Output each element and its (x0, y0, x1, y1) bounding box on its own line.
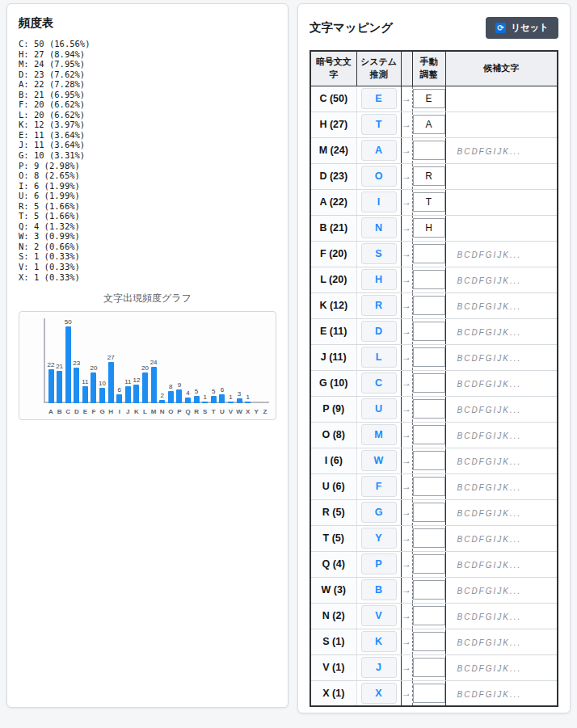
bar-letter-label: W (236, 403, 242, 419)
manual-adjust-input[interactable] (413, 373, 445, 393)
bar (74, 368, 79, 403)
frequency-line: F: 20 (6.62%) (19, 99, 276, 110)
arrow-icon: → (402, 584, 411, 595)
bar-column-U: 6U (218, 314, 226, 419)
bar-column-Z: Z (261, 314, 269, 419)
frequency-line: M: 24 (7.95%) (19, 59, 276, 69)
bar (116, 394, 122, 403)
manual-adjust-input[interactable] (413, 451, 445, 470)
bar (57, 371, 62, 403)
manual-adjust-input[interactable] (413, 218, 445, 238)
bar-value-label: 3 (238, 390, 241, 398)
arrow-icon: → (402, 429, 411, 440)
bar-column-P: 9P (175, 314, 183, 419)
candidate-letters (446, 199, 457, 208)
manual-adjust-input[interactable] (413, 658, 445, 677)
bar-value-label: 21 (56, 363, 63, 370)
bar-letter-label: X (246, 403, 250, 419)
bar-letter-label: T (212, 403, 216, 419)
manual-adjust-input[interactable] (413, 166, 445, 186)
mapping-row-U: U (6)F→BCDFGIJK... (310, 473, 558, 499)
bar-value-label: 12 (133, 377, 140, 384)
candidate-letters: BCDFGIJK... (446, 457, 522, 466)
mapping-row-A: A (22)I→ (310, 189, 558, 215)
bar (194, 396, 200, 404)
bar-value-label: 6 (118, 386, 121, 393)
frequency-line: J: 11 (3.64%) (19, 140, 276, 150)
bar (211, 396, 217, 404)
cipher-letter-cell: E (11) (310, 318, 356, 344)
frequency-panel-title: 頻度表 (19, 15, 276, 31)
frequency-line: G: 10 (3.31%) (19, 150, 276, 161)
manual-adjust-input[interactable] (413, 477, 445, 496)
chart-bars: 22A21B50C23D11E20F10G27H6I11J12K20L24M2N… (47, 314, 269, 419)
manual-adjust-input[interactable] (413, 141, 445, 160)
bar (176, 389, 182, 403)
header-arrow (401, 51, 412, 86)
mapping-panel-title: 文字マッピング (310, 20, 393, 36)
manual-adjust-input[interactable] (413, 632, 445, 651)
candidate-letters (446, 173, 457, 182)
manual-adjust-input[interactable] (413, 528, 445, 548)
manual-adjust-input[interactable] (413, 270, 445, 289)
cipher-letter-cell: V (1) (310, 654, 356, 680)
bar-letter-label: J (126, 403, 129, 419)
manual-adjust-input[interactable] (413, 425, 445, 444)
bar-column-C: 50C (64, 314, 72, 419)
manual-adjust-input[interactable] (413, 322, 445, 341)
system-guess-box: F (361, 476, 397, 497)
system-guess-box: W (361, 450, 397, 471)
frequency-line: Q: 4 (1.32%) (19, 221, 276, 232)
mapping-row-B: B (21)N→ (310, 215, 558, 241)
system-guess-box: V (361, 605, 397, 626)
bar (125, 386, 131, 403)
bar-column-O: 8O (166, 314, 175, 419)
cipher-letter-cell: T (5) (310, 525, 356, 551)
bar-value-label: 1 (229, 393, 232, 401)
cipher-letter-cell: G (10) (310, 370, 356, 396)
candidate-letters: BCDFGIJK... (446, 690, 522, 699)
bar-column-T: 5T (209, 314, 217, 419)
mapping-row-I: I (6)W→BCDFGIJK... (310, 448, 558, 473)
manual-adjust-input[interactable] (413, 399, 445, 419)
arrow-icon: → (402, 610, 411, 621)
bar (151, 367, 157, 404)
bar (133, 385, 139, 403)
bar-letter-label: B (57, 403, 62, 419)
manual-adjust-input[interactable] (413, 192, 445, 212)
manual-adjust-input[interactable] (413, 244, 445, 263)
manual-adjust-input[interactable] (413, 296, 445, 315)
mapping-row-H: H (27)T→ (310, 112, 558, 137)
arrow-icon: → (402, 145, 411, 156)
manual-adjust-input[interactable] (413, 606, 445, 625)
manual-adjust-input[interactable] (413, 115, 445, 134)
manual-adjust-input[interactable] (413, 503, 445, 522)
bar-value-label: 24 (150, 359, 158, 366)
arrow-icon: → (402, 119, 411, 130)
bar (142, 372, 148, 403)
bar-value-label: 1 (246, 393, 249, 401)
system-guess-box: A (361, 140, 397, 161)
reset-button[interactable]: ⟳ リセット (486, 17, 558, 39)
frequency-line: B: 21 (6.95%) (19, 90, 276, 100)
arrow-icon: → (402, 688, 411, 699)
manual-adjust-input[interactable] (413, 580, 445, 600)
bar-letter-label: L (143, 403, 147, 419)
manual-adjust-input[interactable] (413, 684, 445, 703)
manual-adjust-input[interactable] (413, 347, 445, 367)
candidate-letters: BCDFGIJK... (446, 250, 522, 259)
bar-letter-label: H (108, 403, 113, 419)
frequency-line: X: 1 (0.33%) (19, 272, 276, 283)
manual-adjust-input[interactable] (413, 554, 445, 574)
bar-value-label: 23 (73, 360, 80, 367)
system-guess-box: C (361, 372, 397, 393)
candidate-letters (446, 95, 457, 104)
system-guess-box: D (361, 321, 397, 342)
candidate-letters: BCDFGIJK... (446, 587, 522, 595)
arrow-icon: → (402, 248, 411, 259)
page: 頻度表 C: 50 (16.56%)H: 27 (8.94%)M: 24 (7.… (0, 0, 577, 717)
arrow-icon: → (402, 326, 411, 337)
bar-column-Q: 4Q (184, 314, 192, 419)
manual-adjust-input[interactable] (413, 89, 445, 108)
mapping-row-N: N (2)V→BCDFGIJK... (310, 603, 558, 629)
